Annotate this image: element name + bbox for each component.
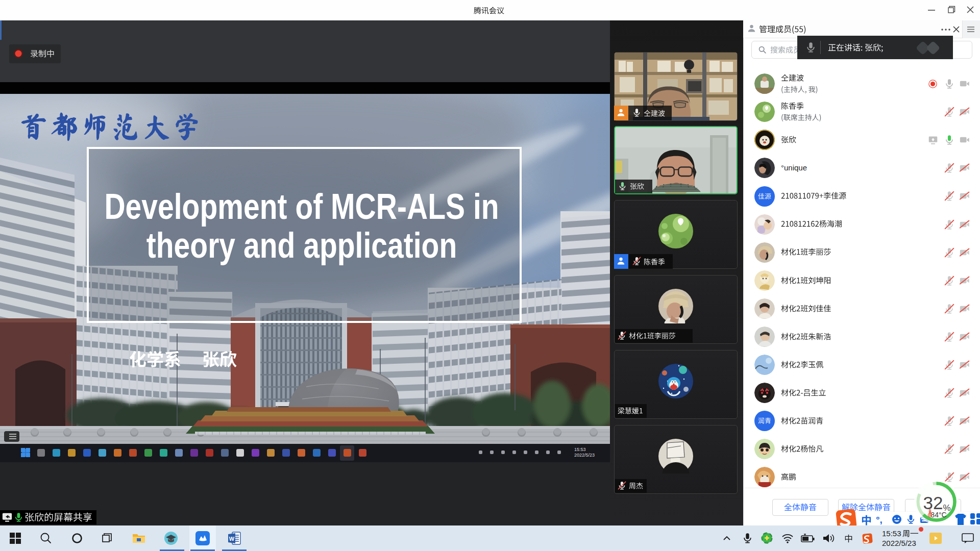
- svg-text:84°C: 84°C: [930, 511, 946, 519]
- svg-text:W: W: [229, 536, 235, 542]
- svg-text:32: 32: [923, 493, 943, 513]
